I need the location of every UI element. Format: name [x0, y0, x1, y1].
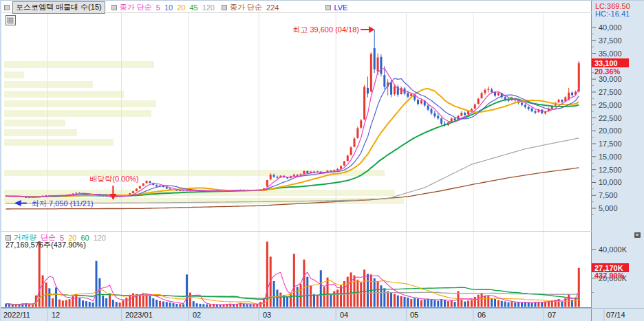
candle-body [142, 184, 144, 186]
volume-bar [380, 285, 382, 307]
volume-bar [333, 291, 335, 307]
date-label: 2022/11 [3, 311, 30, 319]
volume-bar [155, 300, 158, 307]
volume-profile-band [4, 129, 77, 136]
volume-bar [313, 294, 315, 307]
volume-bar [383, 288, 385, 307]
legend-bullet-icon[interactable] [111, 5, 117, 10]
volume-bar [92, 302, 94, 307]
volume-bar [159, 301, 161, 307]
candle-body [347, 155, 349, 161]
ma-period-label: 20 [177, 3, 185, 12]
candle-body [571, 93, 573, 96]
volume-bar [146, 294, 148, 307]
price-tick-label: 30,000 [599, 75, 622, 83]
volume-bar [471, 300, 473, 307]
candle-body [417, 100, 419, 104]
date-label: 03 [263, 311, 271, 319]
volume-bar [116, 302, 118, 307]
volume-profile-band [4, 110, 151, 117]
volume-bar [125, 298, 127, 307]
legend-bullet-icon[interactable] [6, 235, 11, 241]
volume-bar [424, 300, 426, 307]
candle-body [484, 90, 486, 93]
volume-bar [52, 298, 54, 307]
volume-bar [246, 305, 248, 307]
volume-profile-band [4, 71, 24, 78]
volume-bar [430, 300, 432, 307]
candle-body [139, 186, 141, 189]
candle-body [179, 190, 181, 191]
volume-bar [102, 296, 104, 307]
candle-body [558, 100, 560, 102]
candle-body [394, 87, 396, 94]
volume-bar [474, 297, 476, 307]
volume-bar [491, 298, 493, 307]
legend-bullet-icon[interactable] [325, 5, 331, 10]
volume-bar [186, 274, 188, 307]
candle-body [293, 175, 295, 176]
candle-body [383, 75, 385, 87]
volume-bar [293, 254, 295, 307]
date-label: 12 [52, 311, 60, 319]
candle-body [75, 192, 77, 193]
price-tick-label: 22,500 [599, 114, 622, 122]
volume-bar [119, 302, 121, 307]
volume-bar [42, 276, 44, 307]
volume-bar [561, 301, 563, 307]
candle-body [440, 118, 442, 124]
volume-bar [32, 305, 34, 307]
volume-ma5-line [6, 272, 579, 305]
date-label: 07 [548, 311, 556, 319]
candle-body [132, 191, 134, 193]
volume-bar [511, 302, 513, 307]
volume-bar [279, 293, 281, 307]
volume-bar [112, 300, 114, 307]
chart-title[interactable]: 포스코엠텍 매물대 수(15) [12, 1, 105, 14]
volume-bar [414, 298, 416, 307]
volume-bar [497, 300, 500, 307]
current-volume-pct: 437.90% [594, 272, 624, 280]
volume-bar [259, 302, 261, 307]
volume-bar [447, 301, 449, 307]
volume-bar [444, 300, 446, 307]
lve-label: LVE [334, 3, 347, 12]
volume-bar [330, 294, 332, 307]
candle-body [340, 166, 342, 168]
candle-body [474, 104, 476, 109]
candle-body [454, 118, 456, 120]
volume-readout: 27,169,576주(437.90%) [6, 241, 86, 249]
candle-body [353, 139, 355, 147]
volume-bar [105, 298, 107, 307]
candle-body [487, 89, 489, 90]
price-tick-label: 17,500 [599, 140, 622, 148]
volume-bar [122, 300, 124, 307]
volume-bar [504, 302, 506, 307]
chart-canvas: 40,00037,50035,00030,00027,50025,00022,5… [1, 1, 644, 321]
high-annotation: 최고 39,600 (04/18) [290, 25, 359, 34]
price-tick-label: 25,000 [599, 101, 622, 109]
grid-icon[interactable] [6, 15, 16, 25]
candle-body [481, 93, 483, 98]
volume-bar [62, 300, 64, 307]
volume-bar [216, 305, 218, 307]
legend-bullet-icon[interactable] [222, 5, 227, 10]
candle-body [136, 188, 138, 191]
panel-mini-button[interactable] [634, 232, 641, 238]
price-tick-label: 10,000 [599, 178, 622, 186]
volume-bar [477, 295, 480, 307]
volume-bar [320, 270, 322, 307]
volume-bar [575, 298, 577, 307]
volume-bar [310, 285, 312, 307]
volume-bar [347, 277, 349, 307]
volume-bar [236, 304, 238, 307]
candle-body [497, 93, 500, 95]
volume-bar [390, 293, 392, 307]
date-label: 05 [410, 311, 418, 319]
volume-bar [28, 305, 30, 307]
volume-bar [199, 304, 201, 307]
volume-bar [213, 305, 215, 307]
legend-bullet-icon[interactable] [4, 5, 10, 10]
candle-body [166, 187, 168, 188]
volume-bar [387, 291, 389, 307]
